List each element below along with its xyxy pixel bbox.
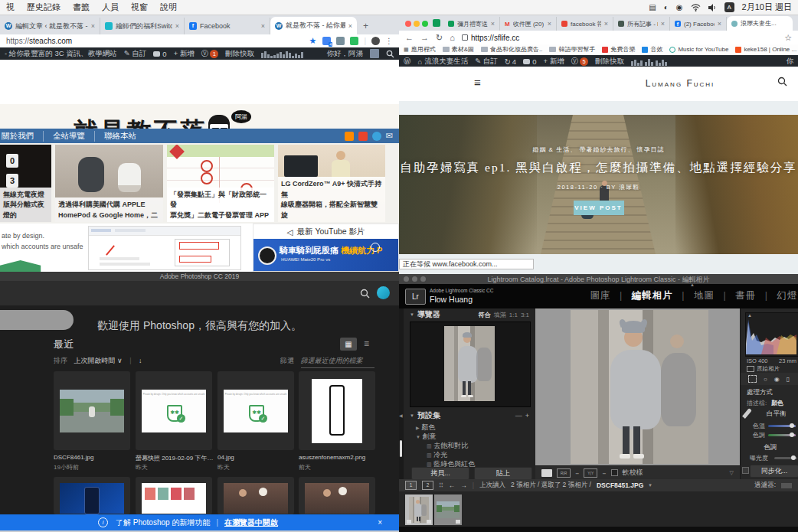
youtube-thumbnail[interactable]: 騎車騎到屁股痛 機續航力 P HUAWEI Mate20 Pro vs xyxy=(253,239,398,271)
pinned-tab-icon[interactable] xyxy=(433,19,440,27)
gradient-tool-icon[interactable]: ▯ xyxy=(787,376,790,383)
time-machine-icon[interactable]: ◐ xyxy=(664,3,669,11)
menu-item-history[interactable]: 歷史記錄 xyxy=(27,2,61,13)
url-bar[interactable]: ← → ↻ ⌂ https://sflife.cc ☆ xyxy=(399,31,798,44)
current-file-name[interactable]: DSCF8451.JPG xyxy=(597,481,643,489)
crop-tool-icon[interactable] xyxy=(748,375,757,383)
tab-facebook[interactable]: f (2) Facebook × xyxy=(670,17,727,31)
wp-clear-cache[interactable]: 刪除快取 xyxy=(595,57,624,67)
article-card[interactable]: 透過得利購美國代購 APPLEHomePod & Google Home，二 xyxy=(55,145,163,222)
before-after-lr-icon[interactable]: R|R xyxy=(557,468,571,478)
account-avatar[interactable] xyxy=(377,286,390,299)
prev-photo-icon[interactable]: ← xyxy=(449,481,456,489)
recent-file-card[interactable] xyxy=(299,477,375,514)
site-logo-text[interactable]: Lumang Fuchi xyxy=(646,78,715,89)
wordpress-logo-icon[interactable]: Ⓦ xyxy=(404,57,411,67)
wp-plugin-updates[interactable]: Ⓥ1 xyxy=(201,49,219,59)
bookmark-star-icon[interactable]: ☆ xyxy=(784,33,792,43)
bookmark-folder[interactable]: 韓語學習幫手 xyxy=(549,45,595,54)
url-bar[interactable]: https://steachs.com ★ 4 | ⋮ xyxy=(0,34,399,47)
tab-sheets[interactable]: 彌月禮寄送名單 - G... × xyxy=(443,17,500,31)
view-post-button[interactable]: VIEW POST xyxy=(574,201,624,215)
article-card[interactable]: 「發票集點王」與「財政部統一發票兌獎」二款電子發票管理 APP xyxy=(167,145,274,222)
presets-header[interactable]: ▼ 預設集 — + xyxy=(404,410,535,421)
privacy-icon[interactable]: ◉ xyxy=(676,3,683,11)
keyboard-icon[interactable]: ▤ xyxy=(649,3,656,11)
sort-dropdown[interactable]: 上次開啟時間 xyxy=(74,357,116,364)
bottom-panel-toggle[interactable]: ▼ xyxy=(399,527,798,532)
zoom-window-button[interactable] xyxy=(422,21,428,27)
collapse-panel-icon[interactable]: ▲ xyxy=(690,282,695,287)
recent-file-card[interactable] xyxy=(217,477,294,514)
wp-plugin-updates[interactable]: Ⓥ5 xyxy=(571,57,589,67)
clipping-indicator-icon[interactable]: ▲ xyxy=(747,313,752,318)
softproof-checkbox[interactable] xyxy=(611,469,618,476)
extension-icon[interactable]: 4 xyxy=(322,37,331,45)
filmstrip-thumb-selected[interactable] xyxy=(405,494,433,525)
menu-item-bookmarks[interactable]: 書籤 xyxy=(73,2,90,13)
kebab-menu-icon[interactable]: ⋮ xyxy=(385,37,393,45)
close-icon[interactable]: × xyxy=(175,22,179,30)
module-book[interactable]: 書冊 xyxy=(735,290,756,301)
zoom-window-button[interactable] xyxy=(420,276,426,282)
volume-icon[interactable] xyxy=(708,4,717,11)
list-view-button[interactable]: ≡ xyxy=(364,338,369,349)
navigator-header[interactable]: ▼ 導覽器 符合 填滿 1:1 3:1 xyxy=(404,308,535,321)
remove-preset-icon[interactable]: — xyxy=(515,412,522,419)
rss-icon[interactable] xyxy=(345,132,354,141)
search-icon[interactable] xyxy=(386,50,394,58)
disclosure-triangle-icon[interactable]: ▼ xyxy=(416,435,420,439)
add-preset-icon[interactable]: + xyxy=(525,412,529,419)
filter-input[interactable]: 篩選最近使用的檔案 xyxy=(301,356,374,368)
loupe-view-icon[interactable] xyxy=(541,469,552,477)
wp-customize[interactable]: ✎ 自訂 xyxy=(475,57,498,67)
original-photo-toggle[interactable]: 原始相片 xyxy=(747,365,780,373)
monitor-2-button[interactable]: 2 xyxy=(422,481,433,490)
window-title[interactable]: Adobe Photoshop CC 2019 xyxy=(0,272,399,281)
wp-site-name[interactable]: ⌂流浪夫妻生活 xyxy=(418,57,469,67)
evernote-clipper-icon[interactable] xyxy=(350,37,358,45)
new-tab-button[interactable]: + xyxy=(363,21,368,31)
close-icon[interactable]: × xyxy=(378,518,382,527)
exposure-slider[interactable] xyxy=(774,457,797,459)
minimize-window-button[interactable] xyxy=(412,276,417,282)
minimize-window-button[interactable] xyxy=(414,21,420,27)
bookmark-item[interactable]: 音效 xyxy=(642,45,662,54)
wp-comments[interactable]: 0 xyxy=(153,50,166,58)
input-method-icon[interactable]: A xyxy=(724,2,734,12)
close-icon[interactable]: × xyxy=(718,20,721,28)
paste-button[interactable]: 貼上 xyxy=(474,467,532,480)
user-avatar[interactable] xyxy=(370,49,379,58)
source-label[interactable]: 上次讀入 xyxy=(479,481,505,490)
bookmark-item[interactable]: keke158 | Online ... xyxy=(735,46,796,53)
stats-sparkline[interactable] xyxy=(261,50,304,58)
bookmark-apps[interactable]: ▦應用程式 xyxy=(404,45,436,54)
recent-file-card[interactable]: Private by design. Only you know which a… xyxy=(217,371,294,450)
close-icon[interactable]: × xyxy=(661,20,665,28)
menu-item-help[interactable]: 說明 xyxy=(160,2,177,13)
forward-icon[interactable]: → xyxy=(420,33,429,42)
close-icon[interactable]: × xyxy=(91,22,95,30)
close-icon[interactable]: × xyxy=(348,22,352,30)
close-icon[interactable]: × xyxy=(604,20,608,28)
window-titlebar[interactable]: Lightroom Catalog.lrcat - Adobe Photosho… xyxy=(399,274,798,284)
menu-item-people[interactable]: 人員 xyxy=(102,2,119,13)
reload-icon[interactable]: ↻ xyxy=(436,33,443,43)
article-card[interactable]: LG CordZero™ A9+ 快清式手持無線吸塵器開箱，搭配全新智慧雙旋 xyxy=(278,145,385,222)
tab-facebook-symbols[interactable]: facebook 符號 | FB... × xyxy=(557,17,613,31)
wifi-icon[interactable] xyxy=(691,4,701,11)
bookmark-folder[interactable]: 食品和化妝品廣告.. xyxy=(481,45,542,54)
wp-site-label[interactable]: - 給你最豐富的 3C 資訊、教學網站 xyxy=(5,49,117,59)
close-icon[interactable]: × xyxy=(261,22,265,30)
close-window-button[interactable] xyxy=(405,21,411,27)
wp-greeting[interactable]: 你好，阿湯 xyxy=(327,49,364,59)
collapse-left-panel-icon[interactable]: ◀ xyxy=(399,413,403,418)
profile-value[interactable]: 顏色 xyxy=(771,399,783,407)
back-icon[interactable]: ← xyxy=(405,33,414,42)
module-map[interactable]: 地圖 xyxy=(694,290,715,301)
recent-file-card[interactable] xyxy=(136,477,212,514)
search-icon[interactable] xyxy=(360,289,370,299)
tab-gmail[interactable]: M 收件匣 (20) - nini.h... × xyxy=(500,17,557,31)
module-slideshow[interactable]: 幻燈片播放 xyxy=(777,290,798,301)
sync-toggle[interactable] xyxy=(742,467,749,474)
